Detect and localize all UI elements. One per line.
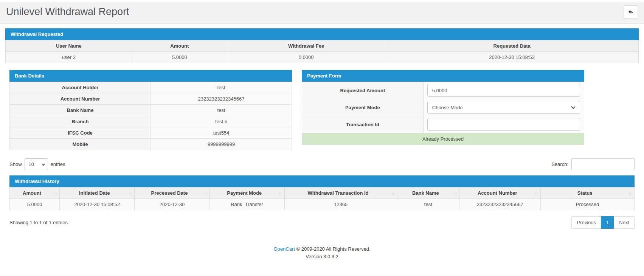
withdrawal-requested-table: User Name Amount Withdrawal Fee Requeste…: [5, 40, 639, 63]
label-bank-name: Bank Name: [10, 105, 151, 116]
table-row: Account Holder test: [10, 82, 292, 93]
col-user-name: User Name: [6, 40, 132, 52]
table-row: Bank Name test: [10, 105, 292, 116]
label-mobile: Mobile: [10, 139, 151, 150]
cell-user-name: user 2: [6, 52, 132, 63]
page-title: Unilevel Withdrawal Report: [6, 6, 129, 18]
col-amount[interactable]: Amount↑↓: [10, 188, 60, 199]
site-footer: OpenCart © 2009-2020 All Rights Reserved…: [5, 245, 639, 260]
col-withdrawal-transaction-id[interactable]: Withdrawal Transaction Id↑↓: [284, 188, 397, 199]
sort-icon: ↑↓: [129, 191, 132, 195]
transaction-id-input[interactable]: [427, 118, 580, 131]
table-header-row: Amount↑↓ Initiated Date↑↓ Precessed Date…: [10, 188, 635, 199]
form-row: Requested Amount: [302, 82, 584, 99]
pagination: Previous 1 Next: [572, 216, 635, 229]
value-ifsc-code: test554: [151, 127, 292, 139]
value-branch: test b: [151, 116, 292, 127]
value-account-number: 23232323232345667: [151, 93, 292, 105]
table-row: Mobile 9999999999: [10, 139, 292, 150]
sort-icon: ↑↓: [54, 191, 57, 195]
value-account-holder: test: [151, 82, 292, 93]
cell-requested-data: 2020-12-30 15:08:52: [385, 52, 639, 63]
back-button[interactable]: [624, 5, 638, 19]
main-content: Withdrawal Requested User Name Amount Wi…: [0, 24, 644, 260]
sort-icon: ↑↓: [204, 191, 207, 195]
label-branch: Branch: [10, 116, 151, 127]
withdrawal-history-heading: Withdrawal History: [9, 175, 635, 187]
withdrawal-history-panel: Withdrawal History Amount↑↓ Initiated Da…: [9, 175, 635, 210]
cell-initiated-date: 2020-12-30 15:08:52: [60, 199, 135, 210]
copyright-text: © 2009-2020 All Rights Reserved.: [296, 246, 370, 252]
entries-label: entries: [51, 161, 65, 167]
cell-amount: 5.0000: [10, 199, 60, 210]
table-row: Account Number 23232323232345667: [10, 93, 292, 105]
version-text: Version 3.0.3.2: [5, 253, 639, 260]
col-precessed-date[interactable]: Precessed Date↑↓: [135, 188, 209, 199]
copyright-line: OpenCart © 2009-2020 All Rights Reserved…: [5, 245, 639, 253]
col-account-number[interactable]: Account Number↑↓: [459, 188, 541, 199]
next-page-button[interactable]: Next: [614, 216, 635, 229]
col-status[interactable]: Status↑↓: [541, 188, 635, 199]
cell-bank-name: test: [397, 199, 459, 210]
entries-per-page-select[interactable]: 10: [25, 158, 48, 170]
withdrawal-requested-heading: Withdrawal Requested: [5, 28, 639, 40]
payment-form-table: Requested Amount Payment Mode Choose Mod…: [302, 82, 584, 145]
withdrawal-history-table: Amount↑↓ Initiated Date↑↓ Precessed Date…: [9, 187, 635, 210]
value-mobile: 9999999999: [151, 139, 292, 150]
reply-arrow-icon: [628, 9, 634, 15]
col-initiated-date[interactable]: Initiated Date↑↓: [60, 188, 135, 199]
label-ifsc-code: IFSC Code: [10, 127, 151, 139]
search-input[interactable]: [571, 158, 635, 170]
table-header-row: User Name Amount Withdrawal Fee Requeste…: [6, 40, 639, 52]
status-badge: Already Processed: [302, 133, 584, 145]
datatable-controls: Show 10 entries Search:: [9, 158, 635, 170]
col-withdrawal-fee: Withdrawal Fee: [227, 40, 385, 52]
cell-precessed-date: 2020-12-30: [135, 199, 209, 210]
value-bank-name: test: [151, 105, 292, 116]
cell-account-number: 23232323232345667: [459, 199, 541, 210]
payment-form-panel: Payment Form Requested Amount Payment Mo…: [302, 70, 584, 150]
table-row: user 2 5.0000 0.0000 2020-12-30 15:08:52: [6, 52, 639, 63]
bank-details-heading: Bank Details: [9, 70, 292, 82]
sort-icon: ↑↓: [535, 191, 538, 195]
page-header: Unilevel Withdrawal Report: [0, 2, 644, 24]
table-row: Branch test b: [10, 116, 292, 127]
page-length-control: Show 10 entries: [9, 158, 65, 170]
sort-icon: ↑↓: [279, 191, 282, 195]
cell-withdrawal-transaction-id: 12365: [284, 199, 397, 210]
cell-withdrawal-fee: 0.0000: [227, 52, 385, 63]
status-row: Already Processed: [302, 133, 584, 145]
requested-amount-label: Requested Amount: [302, 82, 424, 99]
cell-payment-mode: Bank_Transfer: [209, 199, 284, 210]
label-account-number: Account Number: [10, 93, 151, 105]
withdrawal-requested-panel: Withdrawal Requested User Name Amount Wi…: [5, 28, 639, 63]
search-label: Search:: [551, 161, 568, 167]
payment-mode-label: Payment Mode: [302, 99, 424, 116]
bank-details-panel: Bank Details Account Holder test Account…: [9, 70, 292, 150]
col-payment-mode[interactable]: Payment Mode↑↓: [209, 188, 284, 199]
transaction-id-label: Transaction Id: [302, 116, 424, 133]
payment-form-heading: Payment Form: [302, 70, 584, 82]
datatable-footer: Showing 1 to 1 of 1 entries Previous 1 N…: [9, 216, 635, 229]
page-1-button[interactable]: 1: [601, 216, 614, 229]
payment-mode-select[interactable]: Choose Mode: [427, 101, 580, 114]
show-label: Show: [9, 161, 22, 167]
col-amount: Amount: [132, 40, 227, 52]
col-bank-name[interactable]: Bank Name↑↓: [397, 188, 459, 199]
sort-icon: ↑↓: [453, 191, 456, 195]
table-row: 5.0000 2020-12-30 15:08:52 2020-12-30 Ba…: [10, 199, 635, 210]
opencart-link[interactable]: OpenCart: [273, 246, 295, 252]
sort-icon: ↑↓: [628, 191, 632, 195]
sort-icon: ↑↓: [391, 191, 394, 195]
label-account-holder: Account Holder: [10, 82, 151, 93]
previous-page-button[interactable]: Previous: [571, 216, 601, 229]
search-control: Search:: [551, 158, 635, 170]
bank-details-table: Account Holder test Account Number 23232…: [9, 82, 292, 150]
form-row: Payment Mode Choose Mode: [302, 99, 584, 116]
col-requested-data: Requested Data: [385, 40, 639, 52]
form-row: Transaction Id: [302, 116, 584, 133]
cell-amount: 5.0000: [132, 52, 227, 63]
entries-info: Showing 1 to 1 of 1 entries: [9, 220, 68, 225]
requested-amount-input[interactable]: [427, 84, 580, 97]
details-row: Bank Details Account Holder test Account…: [9, 70, 635, 150]
